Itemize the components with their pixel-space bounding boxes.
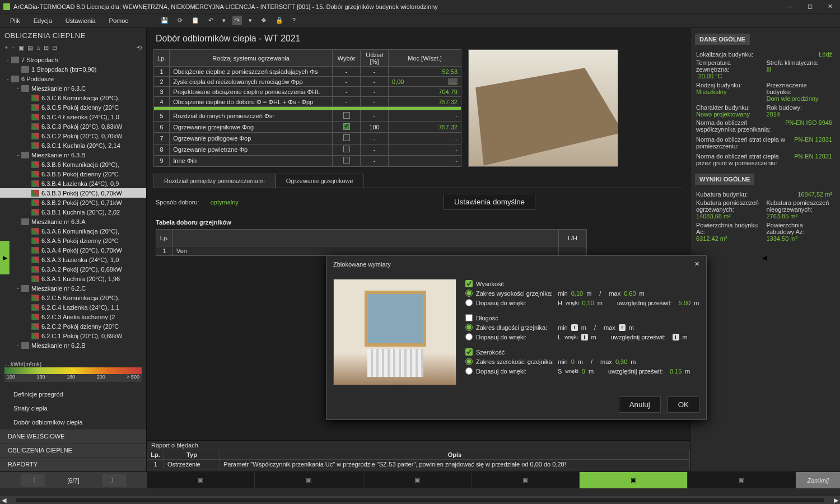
menu-help[interactable]: Pomoc — [104, 16, 134, 25]
tree-item[interactable]: 6.3.C.1 Kuchnia (20°C), 2,14 — [0, 141, 146, 150]
tree-icon-2[interactable]: ▤ — [27, 44, 33, 52]
minimize-button[interactable]: — — [783, 3, 796, 10]
tree-item[interactable]: 6.3.B.2 Pokój (20°C), 0,71kW — [0, 198, 146, 207]
tree-item[interactable]: 6.3.C.6 Komunikacja (20°C), — [0, 93, 146, 102]
tree-item[interactable]: -Mieszkanie nr 6.3.C — [0, 83, 146, 93]
nav-dobor[interactable]: Dobór odbiorników ciepła — [0, 416, 146, 430]
layers-icon[interactable]: ❖ — [259, 16, 269, 25]
lock-icon[interactable]: 🔒 — [273, 16, 286, 25]
maximize-button[interactable]: ◻ — [803, 3, 816, 10]
tree-item[interactable]: 6.3.B.4 Łazienka (24°C), 0,9 — [0, 179, 146, 188]
tree-item[interactable]: 6.3.A.6 Komunikacja (20°C), — [0, 226, 146, 236]
tree-item[interactable]: 6.3.B.5 Pokój dzienny (20°C — [0, 169, 146, 179]
select-checkbox[interactable] — [343, 134, 350, 141]
prev-page-button[interactable]: 〈 — [21, 474, 45, 487]
nav-obliczenia[interactable]: OBLICZENIA CIEPLNE — [0, 444, 146, 458]
tree-item[interactable]: 6.3.A.1 Kuchnia (20°C), 1,96 — [0, 274, 146, 283]
building-tree[interactable]: -7 Stropodach1 Stropodach (btr=0,90)-6 P… — [0, 55, 146, 359]
tree-item[interactable]: 6.2.C.1 Pokój (20°C), 0,69kW — [0, 331, 146, 340]
close-button[interactable]: Zamknij — [796, 472, 840, 488]
tree-item[interactable]: -Mieszkanie nr 6.3.B — [0, 150, 146, 160]
cancel-button[interactable]: Anuluj — [619, 396, 661, 413]
tree-item[interactable]: 6.3.B.6 Komunikacja (20°C), — [0, 160, 146, 169]
bottom-tabs: ▣ ▣ ▣ ▣ ▣ ▣ — [147, 472, 796, 488]
radiator-selection-table[interactable]: Lp.L/H 1Ven — [156, 229, 587, 256]
bottom-tab-2[interactable]: ▣ — [255, 472, 363, 488]
tree-item[interactable]: 6.3.B.1 Kuchnia (20°C), 2,02 — [0, 207, 146, 217]
tree-item[interactable]: 6.2.C.3 Aneks kuchenny (2 — [0, 312, 146, 321]
nav-raporty[interactable]: RAPORTY — [0, 458, 146, 472]
tree-icon-4[interactable]: ⊞ — [44, 44, 49, 52]
tree-item[interactable]: -Mieszkanie nr 6.3.A — [0, 217, 146, 226]
tree-item[interactable]: -6 Poddasze — [0, 74, 146, 83]
report-table[interactable]: Lp.TypOpis 1OstrzeżenieParametr "Współcz… — [147, 450, 690, 469]
redo-dropdown-icon[interactable]: ▾ — [246, 16, 254, 25]
nav-definicje[interactable]: Definicje przegród — [0, 388, 146, 402]
copy-icon[interactable]: 📋 — [189, 16, 202, 25]
menu-settings[interactable]: Ustawienia — [60, 16, 101, 25]
left-edge-button[interactable]: ▶ — [0, 241, 10, 274]
help-icon[interactable]: ? — [290, 16, 298, 25]
tree-item[interactable]: 6.3.A.4 Pokój (20°C), 0,70kW — [0, 245, 146, 255]
tree-item[interactable]: 6.3.C.5 Pokój dzienny (20°C — [0, 102, 146, 112]
tree-icon-3[interactable]: ⌂ — [36, 44, 40, 52]
radiator-illustration — [333, 279, 456, 385]
select-checkbox[interactable] — [343, 112, 350, 119]
redo-icon[interactable]: ↷ — [232, 16, 242, 25]
collapse-all-icon[interactable]: − — [11, 44, 15, 52]
tree-item[interactable]: 1 Stropodach (btr=0,90) — [0, 64, 146, 74]
nav-dane-wejsciowe[interactable]: DANE WEJŚCIOWE — [0, 430, 146, 444]
menu-edit[interactable]: Edycja — [28, 16, 58, 25]
tree-item[interactable]: 6.3.C.2 Pokój (20°C), 0,70kW — [0, 131, 146, 141]
next-page-button[interactable]: 〉 — [102, 474, 126, 487]
ok-button[interactable]: OK — [668, 396, 699, 413]
heating-system-table[interactable]: Lp.Rodzaj systemu ogrzewaniaWybórUdział … — [153, 49, 461, 167]
dialog-close-icon[interactable]: ✕ — [694, 260, 699, 268]
height-checkbox[interactable]: Wysokość — [465, 279, 699, 288]
undo-icon[interactable]: ↶ — [206, 16, 216, 25]
tree-item[interactable]: 6.2.C.4 Łazienka (24°C), 1,1 — [0, 302, 146, 312]
tree-item[interactable]: -7 Stropodach — [0, 55, 146, 64]
bottom-tab-1[interactable]: ▣ — [147, 472, 255, 488]
tree-item[interactable]: 6.3.A.5 Pokój dzienny (20°C — [0, 236, 146, 245]
close-window-button[interactable]: ✕ — [823, 3, 837, 10]
tree-item[interactable]: 6.2.C.5 Komunikacja (20°C), — [0, 293, 146, 302]
tab-ogrzewanie[interactable]: Ogrzewanie grzejnikowe — [276, 174, 364, 188]
select-checkbox[interactable] — [343, 146, 350, 152]
tree-item[interactable]: 6.3.C.3 Pokój (20°C), 0,83kW — [0, 122, 146, 131]
tree-item[interactable]: 6.2.C.2 Pokój dzienny (20°C — [0, 321, 146, 331]
tree-item[interactable]: -Mieszkanie nr 6.2.C — [0, 283, 146, 293]
bottom-tab-4[interactable]: ▣ — [472, 472, 580, 488]
tab-rozdzial[interactable]: Rozdział pomiędzy pomieszczeniami — [153, 174, 276, 188]
defaults-button[interactable]: Ustawienia domyślne — [444, 194, 535, 210]
width-checkbox[interactable]: Szerokość — [465, 347, 699, 357]
tree-item[interactable]: 6.3.C.4 Łazienka (24°C), 1,0 — [0, 112, 146, 122]
expand-all-icon[interactable]: + — [4, 44, 8, 52]
tree-item[interactable]: 6.3.B.3 Pokój (20°C), 0,70kW — [0, 188, 146, 198]
width-range-radio[interactable] — [465, 358, 473, 365]
sync-icon[interactable]: ⟲ — [137, 44, 142, 52]
tree-item[interactable]: 6.3.A.3 Łazienka (24°C), 1,0 — [0, 255, 146, 264]
save-icon[interactable]: 💾 — [158, 16, 171, 25]
sposob-value[interactable]: optymalny — [211, 199, 239, 206]
bottom-tab-5[interactable]: ▣ — [580, 472, 688, 488]
height-range-radio[interactable] — [465, 290, 473, 297]
height-fit-radio[interactable] — [465, 299, 473, 306]
menu-file[interactable]: Plik — [4, 16, 26, 25]
length-range-radio[interactable] — [465, 324, 473, 331]
length-checkbox[interactable]: Długość — [465, 313, 699, 323]
bottom-tab-3[interactable]: ▣ — [363, 472, 472, 488]
refresh-icon[interactable]: ⟳ — [175, 16, 185, 25]
select-checkbox[interactable] — [343, 123, 350, 130]
width-fit-radio[interactable] — [465, 367, 473, 375]
length-fit-radio[interactable] — [465, 333, 473, 340]
right-edge-button[interactable]: ◀ — [690, 241, 840, 274]
tree-icon-1[interactable]: ▣ — [18, 44, 24, 52]
undo-dropdown-icon[interactable]: ▾ — [220, 16, 228, 25]
tree-item[interactable]: -Mieszkanie nr 6.2.B — [0, 340, 146, 350]
nav-straty[interactable]: Straty ciepła — [0, 402, 146, 416]
tree-item[interactable]: 6.3.A.2 Pokój (20°C), 0,68kW — [0, 264, 146, 274]
select-checkbox[interactable] — [343, 157, 350, 164]
bottom-tab-6[interactable]: ▣ — [688, 472, 796, 488]
tree-icon-5[interactable]: ⊟ — [52, 44, 57, 52]
